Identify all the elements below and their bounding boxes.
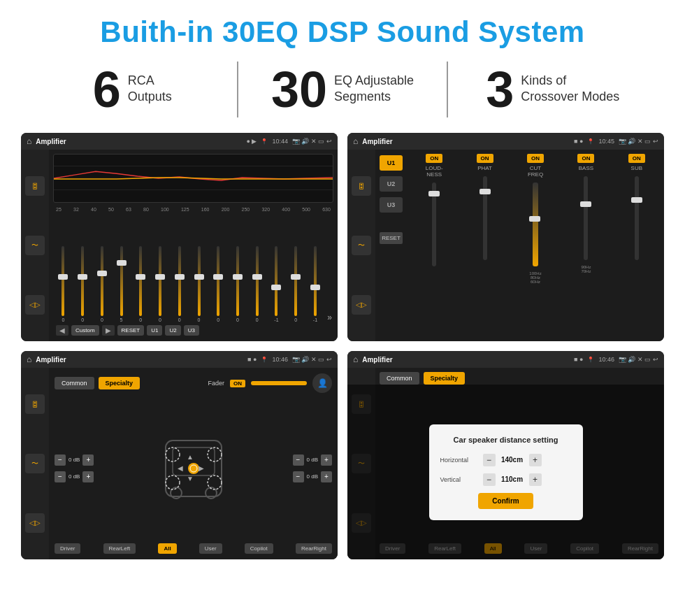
plus-btn-rr[interactable]: + (321, 471, 332, 482)
eq-slider-10[interactable]: 0 (248, 246, 266, 322)
ch-slider-loudness[interactable] (432, 182, 436, 266)
eq-slider-0[interactable]: 0 (55, 246, 72, 322)
ch-on-loudness[interactable]: ON (426, 154, 442, 163)
ch-label-loudness: LOUD-NESS (426, 165, 443, 178)
eq-sidebar-btn-1[interactable]: 🎛 (25, 176, 45, 196)
ch-slider-sub[interactable] (635, 176, 639, 260)
fader-on-badge[interactable]: ON (230, 380, 245, 387)
dialog-plus-h[interactable]: + (529, 454, 542, 466)
fader-sidebar-btn-1[interactable]: 🎛 (25, 394, 45, 414)
copilot-btn[interactable]: Copilot (245, 543, 273, 554)
ch-slider-phat[interactable] (483, 176, 487, 260)
ch-slider-bass[interactable] (584, 176, 588, 260)
tab-common-4[interactable]: Common (380, 372, 419, 385)
u2-btn[interactable]: U2 (380, 176, 403, 192)
driver-btn[interactable]: Driver (55, 543, 80, 554)
eq-slider-2[interactable]: 0 (93, 246, 110, 322)
dialog-minus-h[interactable]: − (483, 454, 496, 466)
eq-slider-8[interactable]: 0 (210, 246, 227, 322)
eq-slider-11[interactable]: -1 (268, 246, 285, 322)
tab-specialty-4[interactable]: Specialty (424, 372, 466, 385)
reset-btn-crossover[interactable]: RESET (380, 232, 403, 244)
minus-btn-rr[interactable]: − (293, 471, 304, 482)
fader-slider-h[interactable] (251, 381, 307, 385)
home-icon-1[interactable]: ⌂ (27, 136, 31, 146)
eq-slider-6[interactable]: 0 (171, 246, 188, 322)
eq-slider-4[interactable]: 0 (132, 246, 150, 322)
topbar-time-2: 10:45 (598, 138, 614, 145)
ch-on-phat[interactable]: ON (477, 154, 493, 163)
home-icon-4[interactable]: ⌂ (353, 354, 358, 364)
topbar-time-1: 10:44 (272, 138, 288, 145)
fader-bottom: Driver RearLeft All User Copilot RearRig… (55, 543, 332, 554)
stat-text-rca: RCA Outputs (128, 64, 172, 106)
eq-play-btn[interactable]: ▶ (102, 325, 115, 336)
crossover-sidebar-btn-2[interactable]: 〜 (352, 236, 371, 255)
fader-sidebar-btn-2[interactable]: 〜 (25, 454, 45, 473)
rearright-btn[interactable]: RearRight (296, 543, 332, 554)
eq-slider-1[interactable]: 0 (74, 246, 92, 322)
dialog-minus-v[interactable]: − (483, 473, 496, 486)
all-btn-fader[interactable]: All (158, 543, 176, 554)
home-icon-3[interactable]: ⌂ (27, 354, 31, 364)
eq-slider-3[interactable]: 5 (113, 246, 130, 322)
topbar-pin-4: 📍 (587, 357, 594, 363)
minus-btn-rl[interactable]: − (55, 471, 66, 482)
confirm-button[interactable]: Confirm (478, 493, 533, 509)
fader-controls-right: − 0 dB + − 0 dB + (293, 454, 332, 482)
eq-u2-btn[interactable]: U2 (165, 325, 180, 336)
main-title: Buith-in 30EQ DSP Sound System (0, 0, 685, 62)
dialog-row-vertical: Vertical − 110cm + (440, 473, 572, 486)
screen4-top-tabs: Common Specialty (380, 372, 660, 385)
crossover-sidebar-btn-3[interactable]: ◁▷ (352, 295, 371, 315)
fader-avatar[interactable]: 👤 (312, 373, 332, 393)
fader-sidebar: 🎛 〜 ◁▷ (21, 368, 49, 559)
db-val-fr: 0 dB (307, 457, 318, 463)
dialog-ctrl-h: − 140cm + (483, 454, 542, 466)
minus-btn-fr[interactable]: − (293, 454, 304, 466)
tab-common[interactable]: Common (55, 377, 94, 389)
eq-u1-btn[interactable]: U1 (147, 325, 162, 336)
plus-btn-fr[interactable]: + (321, 454, 332, 466)
eq-slider-5[interactable]: 0 (152, 246, 169, 322)
dialog-plus-v[interactable]: + (529, 473, 542, 486)
eq-sidebar-btn-3[interactable]: ◁▷ (25, 295, 45, 315)
dialog-overlay: Car speaker distance setting Horizontal … (347, 385, 664, 559)
eq-custom-btn[interactable]: Custom (71, 325, 99, 336)
u3-btn[interactable]: U3 (380, 197, 403, 213)
crossover-main: ON LOUD-NESS ON PHAT ON CUTFREQ (407, 150, 664, 341)
topbar-icons-2: 📷 🔊 ✕ ▭ ↩ (619, 138, 658, 145)
eq-prev-btn[interactable]: ◀ (56, 325, 68, 336)
eq-slider-7[interactable]: 0 (190, 246, 208, 322)
ch-on-bass[interactable]: ON (577, 154, 594, 163)
u1-btn[interactable]: U1 (380, 155, 403, 171)
svg-text:◀: ◀ (178, 464, 183, 472)
rearleft-btn[interactable]: RearLeft (103, 543, 136, 554)
eq-reset-btn[interactable]: RESET (117, 325, 145, 336)
screen-eq: ⌂ Amplifier ● ▶ 📍 10:44 📷 🔊 ✕ ▭ ↩ 🎛 〜 ◁▷ (21, 133, 338, 341)
dialog-title: Car speaker distance setting (440, 436, 572, 444)
eq-slider-9[interactable]: 0 (229, 246, 247, 322)
ch-cutfreq: ON CUTFREQ 100Hz80Hz60Hz (512, 154, 558, 337)
ch-slider-cutfreq[interactable] (533, 182, 538, 266)
topbar-pin-2: 📍 (587, 138, 594, 145)
plus-btn-rl[interactable]: + (82, 471, 94, 482)
ch-on-sub[interactable]: ON (628, 154, 645, 163)
eq-u3-btn[interactable]: U3 (184, 325, 199, 336)
eq-slider-12[interactable]: 0 (287, 246, 305, 322)
eq-more-icon: » (327, 313, 332, 322)
stat-divider-1 (237, 62, 238, 117)
ch-label-cutfreq: CUTFREQ (528, 165, 543, 178)
user-btn-fader[interactable]: User (199, 543, 222, 554)
minus-btn-fl[interactable]: − (55, 454, 66, 466)
eq-slider-13[interactable]: -1 (307, 246, 324, 322)
tab-specialty[interactable]: Specialty (99, 377, 140, 389)
crossover-sidebar-btn-1[interactable]: 🎛 (352, 176, 371, 196)
eq-sidebar-btn-2[interactable]: 〜 (25, 236, 45, 255)
topbar-time-4: 10:46 (598, 356, 614, 363)
home-icon-2[interactable]: ⌂ (353, 136, 358, 146)
plus-btn-fl[interactable]: + (82, 454, 94, 466)
ch-on-cutfreq[interactable]: ON (527, 154, 544, 163)
topbar-dots-1: ● ▶ (247, 138, 257, 145)
fader-sidebar-btn-3[interactable]: ◁▷ (25, 513, 45, 533)
